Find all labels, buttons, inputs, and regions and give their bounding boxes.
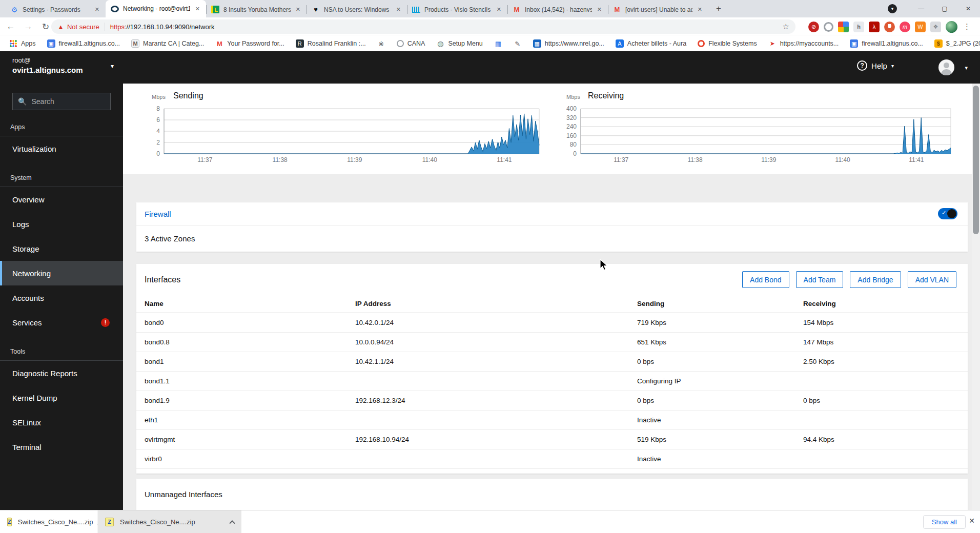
sidebar-item-virtualization[interactable]: Virtualization xyxy=(0,136,123,161)
browser-menu-icon[interactable]: ⋮ xyxy=(963,22,971,31)
cell-name[interactable]: bond1.9 xyxy=(145,397,355,404)
bookmark-item[interactable]: MYour Password for... xyxy=(215,39,284,48)
browser-tab[interactable]: M[ovirt-users] Unable to add host✕ xyxy=(608,2,708,17)
reload-icon[interactable]: ↻ xyxy=(39,20,52,33)
sidebar-item-accounts[interactable]: Accounts xyxy=(0,285,123,310)
add-bridge-button[interactable]: Add Bridge xyxy=(850,271,901,288)
tab-close-icon[interactable]: ✕ xyxy=(596,5,603,14)
media-controls-icon[interactable]: ▾ xyxy=(888,4,897,13)
sidebar-item-overview[interactable]: Overview xyxy=(0,187,123,212)
firewall-toggle[interactable]: ✓ xyxy=(938,208,957,219)
download-item[interactable]: Z Switches_Cisco_Ne....zip xyxy=(98,510,241,533)
cell-name[interactable]: bond0 xyxy=(145,319,355,326)
browser-tab[interactable]: ♥NSA to Users: Windows 10 and W✕ xyxy=(307,2,407,17)
sidebar-item-terminal[interactable]: Terminal xyxy=(0,435,123,459)
bookmark-item[interactable]: ◍Setup Menu xyxy=(436,39,482,48)
circle-extension-icon[interactable] xyxy=(824,22,833,32)
table-row[interactable]: virbr0Inactive xyxy=(136,449,968,469)
sidebar-item-selinux[interactable]: SELinux xyxy=(0,410,123,435)
help-menu[interactable]: ? Help ▾ xyxy=(857,60,894,71)
tab-close-icon[interactable]: ✕ xyxy=(697,5,703,14)
bookmark-item[interactable]: Apps xyxy=(9,39,36,48)
bookmark-item[interactable]: ▦ xyxy=(494,39,502,48)
fox-extension-icon[interactable]: W xyxy=(915,22,926,32)
bookmark-item[interactable]: ▣firewall1.altignus.co... xyxy=(47,39,120,48)
url-text[interactable]: https://192.168.10.94:9090/network xyxy=(110,23,215,31)
scrollbar-thumb[interactable] xyxy=(973,86,979,234)
tab-close-icon[interactable]: ✕ xyxy=(94,5,100,14)
pdf-extension-icon[interactable]: λ xyxy=(869,22,880,32)
bookmark-item[interactable]: AAcheter billets - Aura xyxy=(616,39,686,48)
meetup-extension-icon[interactable]: m xyxy=(900,22,910,32)
duck-extension-icon[interactable] xyxy=(884,22,895,32)
browser-tab[interactable]: Products - Visio Stencils - Cisco✕ xyxy=(407,2,507,17)
bookmark-item[interactable]: CANA xyxy=(397,40,425,47)
cell-name[interactable]: bond1 xyxy=(145,358,355,365)
h-ext-extension-icon[interactable]: h xyxy=(853,22,864,32)
tab-close-icon[interactable]: ✕ xyxy=(295,5,301,14)
forward-icon[interactable]: → xyxy=(22,20,35,33)
sidebar-item-storage[interactable]: Storage xyxy=(0,236,123,261)
cell-name[interactable]: virbr0 xyxy=(145,455,355,463)
table-row[interactable]: bond0.810.0.0.94/24651 Kbps147 Mbps xyxy=(136,333,968,352)
new-tab-button[interactable]: + xyxy=(711,2,726,16)
host-switcher[interactable]: root@ ovirt1.altignus.com ▾ xyxy=(0,51,123,84)
table-row[interactable]: bond010.42.0.1/24719 Kbps154 Mbps xyxy=(136,313,968,333)
browser-tab[interactable]: ⚙Settings - Passwords✕ xyxy=(5,2,106,17)
add-team-button[interactable]: Add Team xyxy=(796,271,844,288)
tab-close-icon[interactable]: ✕ xyxy=(395,5,402,14)
sidebar-item-kernel-dump[interactable]: Kernel Dump xyxy=(0,385,123,410)
sidebar-item-networking[interactable]: Networking xyxy=(0,261,123,285)
tab-close-icon[interactable]: ✕ xyxy=(496,5,502,14)
bookmark-item[interactable]: ▣firewall1.altignus.co... xyxy=(850,39,923,48)
page-scrollbar[interactable] xyxy=(972,84,980,510)
add-vlan-button[interactable]: Add VLAN xyxy=(908,271,956,288)
sidebar-search[interactable]: 🔍 xyxy=(12,93,111,110)
bookmark-item[interactable]: RRosalind Franklin :... xyxy=(296,39,366,48)
sidebar-item-services[interactable]: Services! xyxy=(0,310,123,335)
active-zones-row[interactable]: 3 Active Zones xyxy=(136,225,968,251)
back-icon[interactable]: ← xyxy=(4,20,17,33)
download-chevron-icon[interactable] xyxy=(229,520,235,526)
browser-tab[interactable]: MInbox (14,542) - hazenvs@gmail✕ xyxy=(507,2,608,17)
cell-name[interactable]: eth1 xyxy=(145,416,355,424)
address-bar[interactable]: ▲ Not secure https://192.168.10.94:9090/… xyxy=(51,19,795,34)
session-avatar[interactable] xyxy=(938,59,954,75)
table-row[interactable]: ovirtmgmt192.168.10.94/24519 Kbps94.4 Kb… xyxy=(136,430,968,449)
bookmark-item[interactable]: Flexible Systems xyxy=(698,40,757,47)
bookmark-item[interactable]: ▦https://www.nrel.go... xyxy=(533,39,604,48)
table-row[interactable]: bond1.1Configuring IP xyxy=(136,372,968,391)
tab-close-icon[interactable]: ✕ xyxy=(194,5,201,13)
downloads-close-icon[interactable]: ✕ xyxy=(967,517,977,525)
cell-name[interactable]: bond1.1 xyxy=(145,377,355,385)
download-item[interactable]: Z Switches_Cisco_Ne....zip xyxy=(0,510,97,533)
bookmark-item[interactable]: ➤https://myaccounts... xyxy=(768,39,839,48)
add-bond-button[interactable]: Add Bond xyxy=(742,271,789,288)
table-row[interactable]: eth1Inactive xyxy=(136,411,968,430)
google-extension-icon[interactable] xyxy=(838,22,849,32)
not-secure-label[interactable]: Not secure xyxy=(67,23,99,31)
show-all-button[interactable]: Show all xyxy=(923,515,966,529)
table-row[interactable]: bond1.9192.168.12.3/240 bps0 bps xyxy=(136,391,968,411)
browser-tab[interactable]: L8 Insults Yoruba Mothers Use Ve✕ xyxy=(206,2,307,17)
bookmark-item[interactable]: MMarantz CA | Categ... xyxy=(131,39,204,48)
cell-name[interactable]: bond0.8 xyxy=(145,338,355,346)
cell-name[interactable]: ovirtmgmt xyxy=(145,436,355,443)
profile-avatar-icon[interactable] xyxy=(946,21,957,33)
sidebar-item-logs[interactable]: Logs xyxy=(0,212,123,236)
adblock-extension-icon[interactable]: ⊘ xyxy=(808,22,819,32)
bookmark-star-icon[interactable]: ☆ xyxy=(783,22,789,31)
table-row[interactable]: bond110.42.1.1/240 bps2.50 Kbps xyxy=(136,352,968,372)
puzzle-extension-icon[interactable]: ❖ xyxy=(930,22,941,32)
bookmark-item[interactable]: ※ xyxy=(377,39,385,48)
bookmark-item[interactable]: ✎ xyxy=(514,39,522,48)
close-button[interactable]: ✕ xyxy=(956,0,980,17)
bookmark-item[interactable]: $$_2.JPG (200×113) xyxy=(934,39,980,48)
firewall-link[interactable]: Firewall xyxy=(145,210,171,218)
sidebar-item-diagnostic-reports[interactable]: Diagnostic Reports xyxy=(0,361,123,385)
search-input[interactable] xyxy=(31,97,98,106)
browser-tab[interactable]: Networking - root@ovirt1.altign✕ xyxy=(106,0,206,17)
session-caret-icon[interactable]: ▾ xyxy=(965,65,968,71)
maximize-button[interactable]: ▢ xyxy=(933,0,956,17)
minimize-button[interactable]: — xyxy=(909,0,933,17)
